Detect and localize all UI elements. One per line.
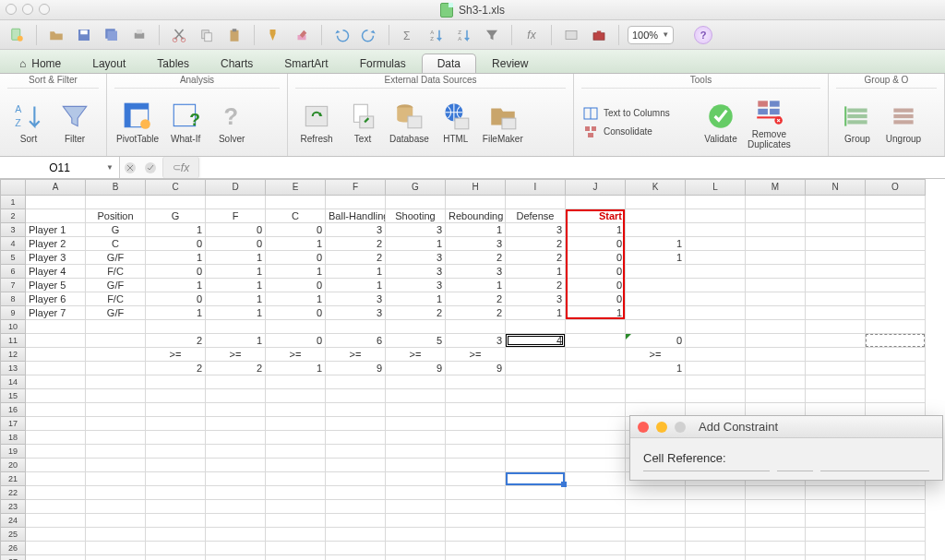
- cell[interactable]: [386, 445, 446, 459]
- cell[interactable]: [26, 514, 86, 528]
- cell[interactable]: [626, 514, 686, 528]
- cell[interactable]: [866, 320, 926, 334]
- cell[interactable]: 1: [566, 223, 626, 237]
- cell[interactable]: [686, 362, 746, 375]
- cell[interactable]: 3: [386, 251, 446, 265]
- cell[interactable]: [626, 500, 686, 514]
- constraint-input[interactable]: [820, 471, 929, 474]
- cell[interactable]: [746, 362, 806, 375]
- close-dot[interactable]: [6, 4, 17, 15]
- add-constraint-dialog[interactable]: Add Constraint Cell Reference:: [629, 415, 943, 481]
- row-header[interactable]: 26: [0, 542, 26, 555]
- cell[interactable]: [806, 196, 866, 209]
- tab-home[interactable]: ⌂Home: [4, 54, 77, 73]
- cell[interactable]: 3: [446, 334, 506, 348]
- cell[interactable]: Player 3: [26, 251, 86, 265]
- cell[interactable]: [566, 514, 626, 528]
- cell[interactable]: [26, 542, 86, 555]
- cell[interactable]: [326, 555, 386, 560]
- cell[interactable]: [506, 403, 566, 417]
- cell[interactable]: >=: [206, 348, 266, 362]
- cell[interactable]: 0: [266, 334, 326, 348]
- cell[interactable]: Start: [566, 209, 626, 223]
- save-button[interactable]: [73, 24, 95, 46]
- cell[interactable]: [86, 196, 146, 209]
- cell[interactable]: [506, 528, 566, 542]
- cell[interactable]: [806, 375, 866, 389]
- cell[interactable]: [86, 334, 146, 348]
- cell[interactable]: [626, 555, 686, 560]
- dialog-titlebar[interactable]: Add Constraint: [630, 416, 942, 438]
- cell[interactable]: G/F: [86, 251, 146, 265]
- window-controls[interactable]: [6, 4, 50, 15]
- cell[interactable]: [26, 196, 86, 209]
- tab-formulas[interactable]: Formulas: [344, 54, 422, 73]
- cell[interactable]: [866, 389, 926, 403]
- cell[interactable]: [386, 375, 446, 389]
- cell[interactable]: [806, 348, 866, 362]
- validate-button[interactable]: Validate: [701, 101, 740, 144]
- formula-input[interactable]: [201, 157, 945, 178]
- cell[interactable]: [806, 209, 866, 223]
- cell[interactable]: [206, 389, 266, 403]
- cell[interactable]: [506, 486, 566, 500]
- cell[interactable]: [626, 279, 686, 292]
- cell[interactable]: [866, 348, 926, 362]
- cell[interactable]: [386, 528, 446, 542]
- cell[interactable]: [626, 209, 686, 223]
- cell[interactable]: [806, 237, 866, 251]
- cell[interactable]: [626, 196, 686, 209]
- cell[interactable]: [446, 486, 506, 500]
- cell[interactable]: [26, 431, 86, 445]
- cell[interactable]: [146, 431, 206, 445]
- row-header[interactable]: 12: [0, 348, 26, 362]
- cell[interactable]: >=: [626, 348, 686, 362]
- cell[interactable]: F/C: [86, 292, 146, 306]
- cell[interactable]: [686, 306, 746, 320]
- cell[interactable]: [26, 528, 86, 542]
- cell[interactable]: 0: [566, 292, 626, 306]
- cell[interactable]: [506, 500, 566, 514]
- row-header[interactable]: 6: [0, 265, 26, 279]
- cell[interactable]: [26, 555, 86, 560]
- cell[interactable]: [746, 348, 806, 362]
- cell-ref-input[interactable]: [643, 471, 770, 474]
- cell[interactable]: [86, 486, 146, 500]
- cell[interactable]: [86, 500, 146, 514]
- cell[interactable]: [746, 486, 806, 500]
- row-header[interactable]: 19: [0, 445, 26, 459]
- cell[interactable]: [746, 334, 806, 348]
- cell[interactable]: [146, 417, 206, 431]
- cell[interactable]: [686, 265, 746, 279]
- cell[interactable]: [26, 486, 86, 500]
- cell[interactable]: [446, 320, 506, 334]
- cell[interactable]: [686, 555, 746, 560]
- cell[interactable]: [746, 375, 806, 389]
- cell[interactable]: [686, 209, 746, 223]
- cell[interactable]: [86, 417, 146, 431]
- cell[interactable]: 1: [626, 237, 686, 251]
- text-button[interactable]: Text: [343, 101, 382, 144]
- cell[interactable]: 2: [326, 237, 386, 251]
- column-header[interactable]: O: [866, 179, 926, 196]
- cell[interactable]: [326, 514, 386, 528]
- cell[interactable]: 1: [206, 306, 266, 320]
- solver-button[interactable]: ?Solver: [212, 101, 251, 144]
- cell[interactable]: [506, 459, 566, 472]
- cell[interactable]: [866, 306, 926, 320]
- cell[interactable]: [686, 334, 746, 348]
- tab-review[interactable]: Review: [476, 54, 544, 73]
- cell[interactable]: [566, 459, 626, 472]
- operator-select[interactable]: [777, 471, 813, 474]
- cell[interactable]: [26, 445, 86, 459]
- cell[interactable]: [206, 417, 266, 431]
- cell[interactable]: [146, 486, 206, 500]
- cell[interactable]: Defense: [506, 209, 566, 223]
- cell[interactable]: [146, 514, 206, 528]
- cell[interactable]: [386, 431, 446, 445]
- tab-layout[interactable]: Layout: [77, 54, 141, 73]
- cell[interactable]: 3: [446, 265, 506, 279]
- cell[interactable]: 3: [506, 223, 566, 237]
- cell[interactable]: [146, 528, 206, 542]
- column-header[interactable]: I: [506, 179, 566, 196]
